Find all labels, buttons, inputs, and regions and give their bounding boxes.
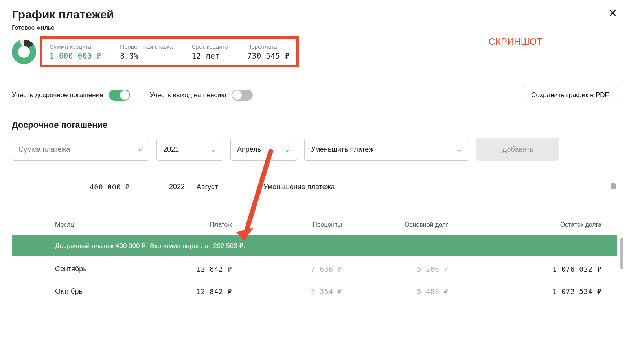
- table-row: Октябрь 12 842 ₽ 7 354 ₽ 5 488 ₽ 1 072 5…: [12, 280, 617, 303]
- payment-amount-input[interactable]: [18, 145, 138, 154]
- existing-action: Уменьшение платежа: [263, 183, 610, 191]
- action-value: Уменьшить платеж: [311, 145, 373, 154]
- cell-month: Октябрь: [12, 287, 138, 296]
- chevron-down-icon: ⌄: [285, 145, 291, 154]
- term-value: 12 лет: [191, 51, 228, 60]
- col-header-month: Месяц: [12, 221, 138, 228]
- cell-balance: 1 078 022 ₽: [448, 265, 617, 273]
- table-row: Сентябрь 12 842 ₽ 7 636 ₽ 5 206 ₽ 1 078 …: [12, 258, 617, 280]
- col-header-payment: Платеж: [138, 221, 232, 228]
- cell-balance: 1 072 534 ₽: [448, 287, 617, 296]
- toggle-early-label: Учесть досрочное погашение: [12, 91, 103, 99]
- month-value: Апрель: [237, 145, 261, 154]
- col-header-interest: Проценты: [232, 221, 342, 228]
- existing-amount: 400 000 ₽: [12, 183, 169, 191]
- col-header-principal: Основной долг: [342, 221, 448, 228]
- year-select[interactable]: 2021 ⌄: [156, 138, 223, 161]
- cell-payment: 12 842 ₽: [138, 265, 232, 273]
- cell-payment: 12 842 ₽: [138, 287, 232, 296]
- existing-payment-row: 400 000 ₽ 2022 Август Уменьшение платежа: [12, 176, 617, 204]
- loan-amount-label: Сумма кредита: [50, 43, 101, 50]
- save-pdf-button[interactable]: Сохранить график в PDF: [523, 86, 617, 104]
- chevron-down-icon: ⌄: [457, 145, 463, 154]
- page-subtitle: Готовое жилье: [12, 24, 114, 31]
- chevron-down-icon: ⌄: [211, 145, 217, 154]
- payment-table: Месяц Платеж Проценты Основной долг Оста…: [12, 214, 617, 303]
- trash-icon[interactable]: [610, 182, 617, 192]
- cell-principal: 5 488 ₽: [342, 287, 448, 296]
- early-payment-banner: Досрочный платеж 400 000 ₽. Экономия пер…: [12, 235, 617, 256]
- cell-interest: 7 354 ₽: [232, 287, 342, 296]
- overpay-value: 730 545 ₽: [247, 51, 289, 60]
- scrollbar[interactable]: [620, 238, 623, 269]
- add-button[interactable]: Добавить: [476, 138, 559, 161]
- action-select[interactable]: Уменьшить платеж ⌄: [304, 138, 469, 161]
- existing-year: 2022: [169, 183, 197, 191]
- term-label: Срок кредита: [191, 43, 228, 50]
- existing-month: Август: [197, 183, 263, 191]
- toggle-pension-label: Учесть выход на пенсию: [150, 91, 226, 99]
- month-select[interactable]: Апрель ⌄: [230, 138, 297, 161]
- cell-month: Сентябрь: [12, 265, 138, 273]
- early-repayment-title: Досрочное погашение: [12, 120, 617, 130]
- overpay-label: Переплата: [247, 43, 289, 50]
- close-button[interactable]: ✕: [608, 8, 617, 19]
- page-title: График платежей: [12, 8, 114, 21]
- toggle-early-repayment[interactable]: [109, 90, 130, 101]
- payment-amount-field[interactable]: ₽: [12, 138, 149, 161]
- rate-value: 8.3%: [120, 51, 173, 60]
- rate-label: Процентная ставка: [120, 43, 173, 50]
- loan-summary-box: Сумма кредита 1 600 000 ₽ Процентная ста…: [40, 36, 299, 67]
- toggle-pension[interactable]: [232, 90, 253, 101]
- cell-interest: 7 636 ₽: [232, 265, 342, 273]
- col-header-balance: Остаток долга: [448, 221, 617, 228]
- year-value: 2021: [163, 145, 179, 154]
- cell-principal: 5 206 ₽: [342, 265, 448, 273]
- currency-suffix: ₽: [138, 145, 143, 154]
- donut-chart-icon: [12, 40, 36, 64]
- loan-amount-value: 1 600 000 ₽: [50, 51, 101, 60]
